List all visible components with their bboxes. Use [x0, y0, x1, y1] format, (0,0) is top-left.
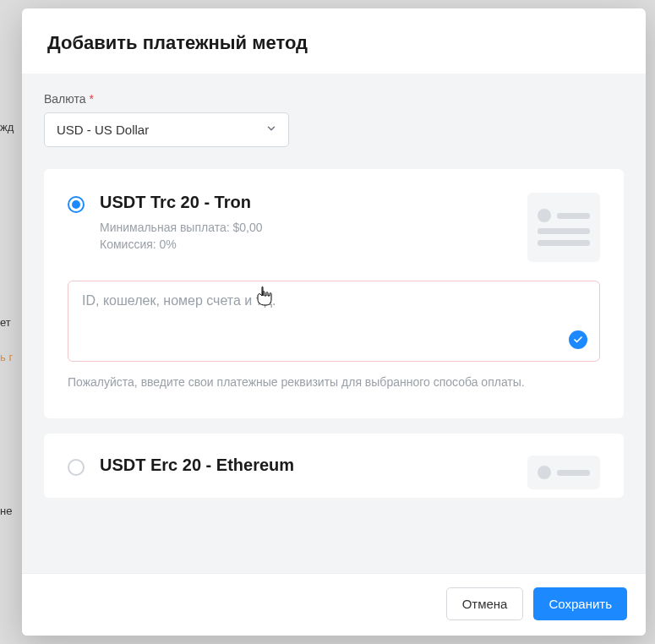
- save-button[interactable]: Сохранить: [533, 587, 627, 620]
- currency-selected-value: USD - US Dollar: [57, 123, 149, 137]
- option-row: USDT Trc 20 - Tron Минимальная выплата: …: [68, 193, 600, 262]
- modal-footer: Отмена Сохранить: [22, 573, 646, 636]
- backdrop-text: ь г: [0, 351, 13, 363]
- payment-option-erc20[interactable]: USDT Erc 20 - Ethereum: [44, 434, 624, 498]
- option-content: USDT Erc 20 - Ethereum: [100, 456, 512, 482]
- option-title: USDT Trc 20 - Tron: [100, 193, 512, 212]
- currency-select[interactable]: USD - US Dollar: [44, 112, 289, 147]
- backdrop-text: не: [0, 505, 12, 517]
- backdrop-text: ет: [0, 316, 11, 329]
- check-icon: [569, 330, 587, 349]
- icon-circle: [538, 209, 551, 222]
- backdrop-text: жд: [0, 121, 14, 134]
- payment-method-icon: [527, 456, 600, 489]
- icon-line: [557, 213, 590, 219]
- option-content: USDT Trc 20 - Tron Минимальная выплата: …: [100, 193, 512, 254]
- modal-header: Добавить платежный метод: [22, 8, 646, 74]
- payment-method-icon: [527, 193, 600, 262]
- radio-erc20[interactable]: [68, 459, 85, 476]
- modal-title: Добавить платежный метод: [47, 32, 620, 54]
- icon-line: [538, 228, 590, 234]
- input-placeholder: ID, кошелек, номер счета и т.д.: [82, 293, 276, 308]
- option-meta: Минимальная выплата: $0,00 Комиссия: 0%: [100, 219, 512, 254]
- payment-details-area: ID, кошелек, номер счета и т.д. Пожалуйс…: [68, 281, 600, 391]
- modal-body: Валюта * USD - US Dollar USDT Trc 20 - T…: [22, 74, 646, 573]
- required-mark: *: [89, 92, 93, 106]
- option-title: USDT Erc 20 - Ethereum: [100, 456, 512, 475]
- cancel-button[interactable]: Отмена: [446, 587, 524, 620]
- icon-line: [538, 240, 590, 246]
- radio-trc20[interactable]: [68, 196, 85, 213]
- option-row: USDT Erc 20 - Ethereum: [68, 456, 600, 489]
- payment-details-input[interactable]: ID, кошелек, номер счета и т.д.: [68, 281, 600, 362]
- icon-line: [557, 470, 590, 476]
- add-payment-method-modal: Добавить платежный метод Валюта * USD - …: [22, 8, 646, 636]
- icon-circle: [538, 466, 551, 479]
- currency-label: Валюта *: [44, 92, 624, 106]
- payment-option-trc20[interactable]: USDT Trc 20 - Tron Минимальная выплата: …: [44, 169, 624, 418]
- currency-select-wrap: USD - US Dollar: [44, 112, 289, 147]
- help-text: Пожалуйста, введите свои платежные рекви…: [68, 374, 600, 391]
